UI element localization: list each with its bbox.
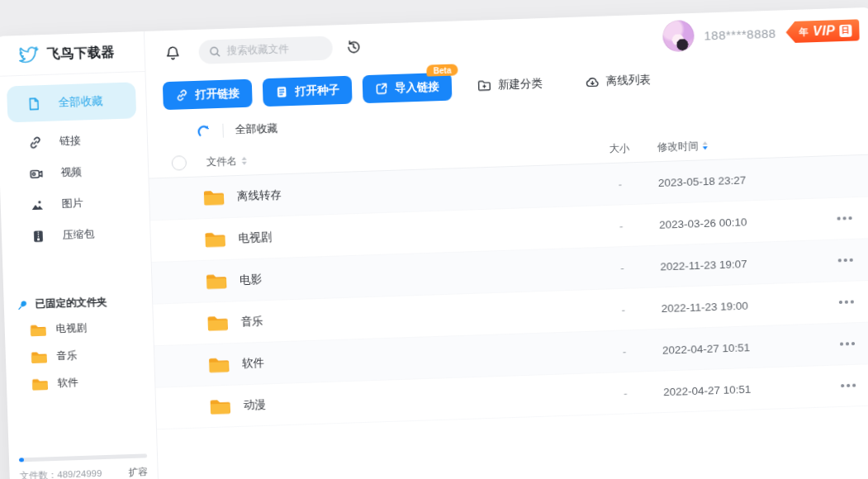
file-modified: 2023-03-26 00:10: [659, 213, 813, 230]
app-title: 飞鸟下载器: [46, 44, 115, 64]
more-menu-icon[interactable]: [837, 379, 859, 392]
folder-icon: [29, 323, 45, 337]
folder-icon: [207, 356, 230, 374]
more-menu-icon[interactable]: [834, 211, 856, 225]
select-all-checkbox[interactable]: [172, 155, 187, 171]
open-link-button[interactable]: 打开链接: [163, 79, 253, 110]
sidebar-item-label: 图片: [61, 196, 83, 211]
import-link-button[interactable]: Beta 导入链接: [363, 73, 453, 104]
pinned-folders-title: 已固定的文件夹: [35, 296, 107, 312]
file-size: -: [586, 302, 662, 317]
document-icon: [26, 97, 41, 111]
file-name: 离线转存: [237, 187, 282, 204]
storage-progress-fill: [19, 458, 24, 462]
notification-bell-icon[interactable]: [164, 45, 181, 61]
file-modified: 2022-04-27 10:51: [663, 381, 817, 398]
sidebar-item-archives[interactable]: 压缩包: [1, 216, 150, 253]
refresh-icon[interactable]: [195, 123, 211, 140]
more-menu-icon[interactable]: [836, 296, 857, 309]
column-header-modified[interactable]: 修改时间: [657, 135, 811, 154]
sort-desc-icon: [703, 141, 708, 149]
zip-icon: [31, 229, 46, 243]
files-count-label: 文件数：: [19, 469, 57, 479]
search-input[interactable]: [226, 42, 317, 57]
main-panel: 188****8888 年 VIP 日 打开链接: [145, 7, 868, 479]
sidebar-item-label: 视频: [60, 164, 83, 180]
name-header-label: 文件名: [206, 154, 238, 169]
folder-icon: [31, 377, 48, 391]
new-folder-icon: [477, 79, 491, 92]
storage-footer: 文件数： 489/24999 扩容: [19, 453, 148, 479]
sidebar: 飞鸟下载器 全部收藏 链接: [0, 31, 161, 479]
beta-badge: Beta: [427, 64, 458, 76]
pin-icon: [16, 298, 29, 311]
sidebar-item-all-favorites[interactable]: 全部收藏: [7, 82, 136, 122]
image-icon: [30, 197, 45, 211]
folder-icon: [209, 397, 231, 415]
pinned-folders-section: 已固定的文件夹 电视剧 音乐 软件: [4, 294, 155, 399]
storage-progress-bar: [19, 453, 147, 462]
column-header-name[interactable]: 文件名: [206, 143, 582, 169]
vip-label: VIP: [813, 23, 836, 39]
files-count-value: 489/24999: [57, 468, 102, 479]
folder-icon: [205, 272, 227, 290]
sidebar-item-label: 全部收藏: [58, 94, 103, 111]
open-link-label: 打开链接: [195, 86, 240, 102]
modified-header-label: 修改时间: [657, 139, 699, 154]
vip-day-label: 日: [839, 24, 851, 36]
link-icon: [175, 88, 188, 102]
file-size: -: [586, 344, 662, 358]
pinned-folder-label: 软件: [57, 376, 78, 391]
open-torrent-label: 打开种子: [295, 83, 339, 99]
breadcrumb-current: 全部收藏: [235, 121, 277, 138]
expand-storage-link[interactable]: 扩容: [129, 466, 148, 479]
app-logo: 飞鸟下载器: [0, 31, 145, 77]
more-menu-icon[interactable]: [835, 254, 856, 267]
sidebar-item-label: 链接: [59, 133, 82, 149]
pinned-folders-header: 已固定的文件夹: [4, 294, 153, 313]
file-name: 软件: [242, 356, 264, 372]
user-area: 188****8888 年 VIP 日: [662, 14, 860, 52]
pinned-folders-list: 电视剧 音乐 软件: [4, 313, 154, 399]
new-category-label: 新建分类: [498, 76, 543, 92]
column-header-size[interactable]: 大小: [581, 140, 657, 157]
sidebar-item-links[interactable]: 链接: [0, 123, 148, 159]
breadcrumb-divider: [222, 123, 224, 137]
user-avatar[interactable]: [662, 20, 695, 52]
file-name: 电影: [240, 273, 262, 288]
files-table: 文件名 大小 修改时间 离线转存: [148, 126, 868, 479]
pinned-folder-software[interactable]: 软件: [6, 367, 154, 399]
file-name: 动漫: [243, 397, 265, 413]
torrent-file-icon: [275, 85, 288, 98]
cloud-download-icon: [586, 75, 600, 88]
file-size: -: [585, 260, 661, 275]
app-window: 飞鸟下载器 全部收藏 链接: [0, 7, 868, 479]
sidebar-item-videos[interactable]: 视频: [0, 154, 149, 191]
new-category-button[interactable]: 新建分类: [465, 69, 554, 100]
open-torrent-button[interactable]: 打开种子: [263, 76, 353, 107]
file-name: 电视剧: [238, 230, 272, 245]
search-bar[interactable]: [198, 36, 333, 64]
sort-carets-icon: [241, 157, 246, 165]
sidebar-item-images[interactable]: 图片: [0, 186, 149, 222]
import-link-label: 导入链接: [395, 79, 439, 96]
bird-logo-icon: [17, 45, 40, 64]
folder-icon: [202, 188, 225, 206]
pinned-folder-label: 音乐: [56, 349, 77, 363]
offline-list-button[interactable]: 离线列表: [573, 65, 662, 96]
history-icon[interactable]: [345, 39, 362, 55]
vip-badge[interactable]: 年 VIP 日: [785, 19, 859, 43]
import-icon: [375, 82, 388, 95]
link-icon: [28, 135, 43, 149]
file-size: -: [582, 177, 658, 192]
file-modified: 2022-11-23 19:00: [661, 297, 814, 315]
offline-list-label: 离线列表: [606, 73, 651, 89]
sidebar-item-label: 压缩包: [63, 227, 95, 243]
video-icon: [29, 166, 44, 180]
file-modified: 2022-11-23 19:07: [660, 255, 813, 273]
folder-icon: [203, 230, 225, 249]
file-size: -: [583, 218, 659, 233]
sidebar-menu: 全部收藏 链接 视频: [0, 72, 150, 253]
file-name: 音乐: [240, 314, 263, 330]
more-menu-icon[interactable]: [837, 337, 858, 350]
